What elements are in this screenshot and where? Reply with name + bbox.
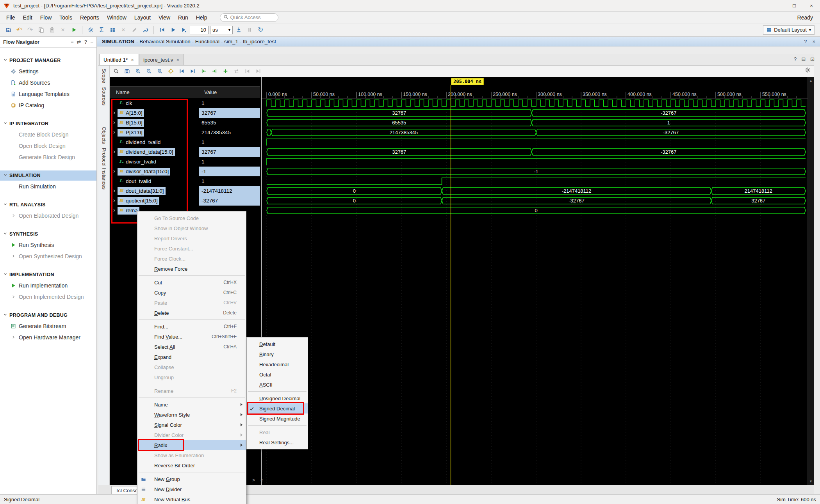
menu-item-find[interactable]: Find...Ctrl+F — [137, 321, 246, 332]
signal-row-dout-tvalid[interactable]: dout_tvalid1 — [110, 176, 260, 186]
side-tab-scope[interactable]: Scope — [101, 69, 107, 83]
signal-row-divisor-tdata-15-0[interactable]: divisor_tdata[15:0]-1 — [110, 167, 260, 176]
restart-icon[interactable] — [157, 25, 167, 35]
collapse-right-icon[interactable]: < — [260, 477, 263, 484]
redo-icon[interactable]: ↷ — [25, 25, 35, 35]
menu-item-select-all[interactable]: Select AllCtrl+A — [137, 342, 246, 352]
menu-edit[interactable]: Edit — [19, 13, 36, 22]
maximize-button[interactable]: □ — [786, 0, 803, 12]
waveform-area[interactable]: 205.004 ns 0.000 ns50.000 ns100.000 ns15… — [262, 77, 808, 485]
menu-layout[interactable]: Layout — [130, 13, 155, 22]
find-icon[interactable] — [111, 67, 121, 76]
flow-item-language-templates[interactable]: Language Templates — [0, 88, 96, 99]
flow-section-header-project-manager[interactable]: PROJECT MANAGER — [0, 55, 96, 66]
copy-icon[interactable] — [36, 25, 46, 35]
name-column-header[interactable]: Name — [110, 89, 199, 95]
zoom-fit-icon[interactable] — [155, 67, 165, 76]
flow-section-header-program-and-debug[interactable]: PROGRAM AND DEBUG — [0, 310, 96, 320]
menu-item-cut[interactable]: CutCtrl+X — [137, 277, 246, 287]
signal-row-dividend-tvalid[interactable]: dividend_tvalid1 — [110, 137, 260, 147]
tab-ipcore-test-v[interactable]: ipcore_test.v× — [139, 54, 184, 65]
flow-nav-dock-icon[interactable]: ⇄ — [77, 39, 81, 45]
first-marker-icon[interactable] — [242, 67, 252, 76]
add-marker-icon[interactable] — [221, 67, 230, 76]
flow-item-generate-bitstream[interactable]: Generate Bitstream — [0, 320, 96, 332]
scroll-down-icon[interactable]: ▼ — [809, 479, 813, 483]
paste-icon[interactable] — [47, 25, 57, 35]
settings-gear-icon[interactable] — [86, 25, 96, 35]
menu-item-reverse-bit-order[interactable]: Reverse Bit Order — [137, 460, 246, 470]
menu-item-binary[interactable]: Binary — [247, 349, 308, 359]
side-tab-objects[interactable]: Objects — [101, 127, 107, 144]
expand-chevron-icon[interactable] — [112, 121, 118, 125]
expand-chevron-icon[interactable] — [112, 208, 118, 213]
flow-item-generate-block-design[interactable]: Generate Block Design — [0, 151, 96, 163]
float-window-icon[interactable]: ⊟ — [801, 56, 806, 62]
help-icon[interactable]: ? — [804, 39, 807, 44]
flow-nav-menu-icon[interactable]: ≡ — [71, 39, 74, 45]
cursor-time-flag[interactable]: 205.004 ns — [451, 78, 484, 85]
flow-nav-help-icon[interactable]: ? — [84, 39, 87, 45]
flow-section-header-rtl-analysis[interactable]: RTL ANALYSIS — [0, 200, 96, 210]
flow-section-header-implementation[interactable]: IMPLEMENTATION — [0, 270, 96, 280]
previous-transition-icon[interactable] — [199, 67, 209, 76]
flow-item-settings[interactable]: Settings — [0, 66, 96, 77]
pause-icon[interactable] — [244, 25, 255, 35]
flow-item-add-sources[interactable]: Add Sources — [0, 77, 96, 88]
tab-close-icon[interactable]: × — [176, 57, 179, 63]
last-marker-icon[interactable] — [253, 67, 263, 76]
layout-selector[interactable]: Default Layout▾ — [763, 25, 815, 35]
flow-item-open-implemented-design[interactable]: Open Implemented Design — [0, 291, 96, 302]
menu-item-signed-decimal[interactable]: Signed Decimal — [247, 403, 308, 413]
menu-item-hexadecimal[interactable]: Hexadecimal — [247, 359, 308, 369]
menu-item-new-group[interactable]: New Group — [137, 474, 246, 484]
sim-time-input[interactable] — [190, 26, 209, 34]
menu-file[interactable]: File — [2, 13, 19, 22]
flow-item-run-implementation[interactable]: Run Implementation — [0, 280, 96, 291]
expand-chevron-icon[interactable] — [112, 150, 118, 154]
menu-item-name[interactable]: Name — [137, 399, 246, 410]
tab-close-icon[interactable]: × — [131, 57, 134, 63]
menu-item-real-settings[interactable]: Real Settings... — [247, 437, 308, 447]
signal-row-dout-tdata-31-0[interactable]: dout_tdata[31:0]-2147418112 — [110, 186, 260, 196]
signal-row-divisor-tvalid[interactable]: divisor_tvalid1 — [110, 157, 260, 167]
quick-access-search[interactable]: Quick Access — [220, 13, 278, 22]
menu-flow[interactable]: Flow — [36, 13, 56, 22]
step-icon[interactable] — [234, 25, 244, 35]
menu-window[interactable]: Window — [103, 13, 130, 22]
expand-chevron-icon[interactable] — [112, 199, 118, 203]
menu-view[interactable]: View — [155, 13, 174, 22]
go-to-start-icon[interactable] — [177, 67, 187, 76]
dashboard-icon[interactable] — [107, 25, 118, 35]
tab-help-icon[interactable]: ? — [794, 56, 797, 62]
menu-item-delete[interactable]: DeleteDelete — [137, 308, 246, 318]
flow-item-ip-catalog[interactable]: IP Catalog — [0, 99, 96, 111]
flow-item-open-hardware-manager[interactable]: Open Hardware Manager — [0, 332, 96, 343]
swap-cursors-icon[interactable] — [232, 67, 241, 76]
flow-item-run-synthesis[interactable]: Run Synthesis — [0, 239, 96, 250]
flow-section-header-ip-integrator[interactable]: IP INTEGRATOR — [0, 119, 96, 129]
signal-row-quotient-15-0[interactable]: quotient[15:0]-32767 — [110, 196, 260, 206]
run-all-icon[interactable] — [168, 25, 178, 35]
menu-item-copy[interactable]: CopyCtrl+C — [137, 287, 246, 298]
waveform-settings-gear-icon[interactable] — [805, 67, 811, 75]
flow-item-open-synthesized-design[interactable]: Open Synthesized Design — [0, 250, 96, 262]
menu-item-radix[interactable]: Radix — [137, 440, 246, 450]
save-waveform-icon[interactable] — [122, 67, 132, 76]
menu-item-signal-color[interactable]: Signal Color — [137, 420, 246, 430]
menu-item-ascii[interactable]: ASCII — [247, 380, 308, 390]
collapse-left-icon[interactable]: > — [252, 477, 255, 484]
signal-row-clk[interactable]: clk1 — [110, 98, 260, 108]
signal-row-b-15-0[interactable]: B[15:0]65535 — [110, 118, 260, 128]
sim-unit-select[interactable]: us▾ — [210, 26, 233, 34]
flow-section-header-synthesis[interactable]: SYNTHESIS — [0, 229, 96, 239]
flow-item-open-block-design[interactable]: Open Block Design — [0, 140, 96, 151]
run-icon[interactable] — [69, 25, 79, 35]
menu-item-new-divider[interactable]: New Divider — [137, 484, 246, 494]
report-summary-icon[interactable]: Σ — [96, 25, 107, 35]
minimize-button[interactable]: — — [768, 0, 786, 12]
scroll-up-icon[interactable]: ▲ — [809, 79, 813, 83]
zoom-out-icon[interactable] — [144, 67, 154, 76]
edit-icon[interactable] — [129, 25, 139, 35]
zoom-in-icon[interactable] — [133, 67, 143, 76]
